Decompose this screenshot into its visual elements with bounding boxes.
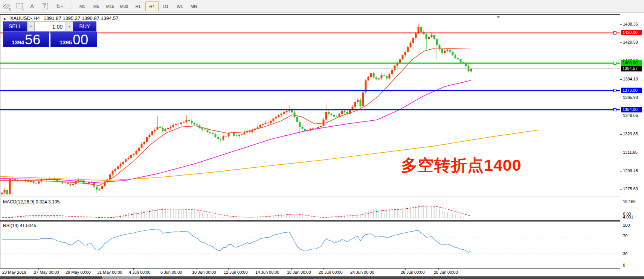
- rsi-indicator-pane[interactable]: [0, 221, 620, 269]
- macd-chart: [0, 198, 620, 220]
- rsi-axis-label: 100: [623, 223, 630, 227]
- fibo-grid-tool-icon[interactable]: F: [14, 2, 25, 11]
- price-tick-label: 1275.60: [623, 187, 638, 191]
- toolbar-separator: [70, 2, 73, 11]
- macd-axis-label: 4.091: [623, 215, 633, 219]
- timeframe-button-d1[interactable]: D1: [159, 2, 172, 11]
- time-axis-label: 28 Jun 00:00: [434, 270, 458, 274]
- sell-price-display[interactable]: 1394 56: [3, 32, 49, 47]
- time-tick-mark: [7, 268, 7, 270]
- timeframe-button-mn[interactable]: MN: [187, 2, 200, 11]
- time-tick-mark: [165, 268, 165, 270]
- time-tick-mark: [260, 268, 260, 270]
- time-tick-mark: [405, 268, 406, 270]
- timeframe-button-m1[interactable]: M1: [76, 2, 89, 11]
- time-axis-label: 12 Jun 00:00: [224, 270, 248, 274]
- time-tick-mark: [291, 268, 292, 270]
- axis-tick-mark: [620, 171, 622, 171]
- time-axis-label: 27 May 00:00: [34, 270, 59, 274]
- time-axis-label: 24 Jun 00:00: [350, 270, 374, 274]
- macd-axis-label: 19.166: [623, 199, 636, 204]
- panel-collapse-arrow-icon[interactable]: ▲: [3, 17, 6, 20]
- time-axis-label: 31 May 00:00: [97, 270, 122, 274]
- rsi-axis-label: 70: [623, 234, 627, 238]
- time-tick-mark: [70, 268, 70, 270]
- taskbar-segment: [102, 276, 140, 279]
- buy-button[interactable]: BUY: [73, 21, 96, 32]
- time-axis[interactable]: 23 May 201927 May 00:0029 May 00:0031 Ma…: [0, 269, 620, 276]
- timeframe-button-m5[interactable]: M5: [90, 2, 103, 11]
- level-price-tag: 1430.00: [621, 30, 642, 35]
- time-axis-label: 10 Jun 00:00: [192, 270, 216, 274]
- time-axis-label: 14 Jun 00:00: [255, 270, 279, 274]
- boxed-t-icon: T: [42, 3, 47, 9]
- elliott-sub-label: E: [9, 8, 11, 11]
- axis-tick-mark: [620, 79, 622, 80]
- axis-tick-mark: [620, 42, 622, 43]
- price-tick-label: 1329.85: [623, 132, 638, 136]
- time-axis-label: 20 Jun 00:00: [319, 270, 343, 274]
- timeframe-button-w1[interactable]: W1: [173, 2, 186, 11]
- timeframe-button-h4[interactable]: H4: [145, 2, 159, 11]
- axis-tick-mark: [620, 98, 622, 98]
- level-price-tag: 1400.00: [621, 60, 642, 66]
- time-axis-label: 18 Jun 00:00: [287, 270, 311, 274]
- volume-increase-button[interactable]: ▲: [66, 21, 73, 32]
- price-tick-label: 1384.10: [623, 77, 638, 81]
- sell-button[interactable]: SELL: [3, 21, 27, 32]
- level-price-tag: 1354.00: [621, 107, 642, 112]
- time-tick-mark: [102, 268, 102, 270]
- axis-tick-mark: [620, 116, 622, 116]
- grid-icon: [16, 3, 23, 9]
- time-axis-label: 26 Jun 00:00: [401, 270, 425, 274]
- trading-terminal-window: E F A T ⇅ ▾ M1M5M15M30H1H4D1W1MN ▲ XAUUS…: [0, 0, 644, 279]
- time-axis-label: 4 Jun 00:00: [129, 270, 151, 274]
- chart-annotation-text: 多空转折点1400: [401, 155, 522, 176]
- sort-arrows-icon: ⇅: [56, 3, 60, 9]
- text-tool-icon[interactable]: T: [39, 2, 50, 11]
- ohlc-values: 1391.87 1395.37 1390.87 1394.57: [44, 15, 119, 21]
- buy-price-big: 00: [73, 32, 88, 47]
- timeframe-button-m30[interactable]: M30: [118, 2, 131, 11]
- hatch-icon: [3, 4, 10, 9]
- chart-title: ▲ XAUUSD-,H4 1391.87 1395.37 1390.87 139…: [3, 15, 118, 21]
- price-axis[interactable]: 1438.351420.501402.301384.101365.901348.…: [620, 14, 644, 269]
- price-tick-label: 1293.45: [623, 168, 638, 173]
- toolbar: E F A T ⇅ ▾ M1M5M15M30H1H4D1W1MN: [0, 0, 644, 13]
- level-price-tag: 1373.00: [621, 88, 642, 93]
- axis-tick-mark: [620, 134, 622, 135]
- rsi-axis-label: 30: [623, 252, 627, 256]
- one-click-trade-panel: SELL ▼ ▲ BUY 1394 56 1395 00: [3, 21, 97, 47]
- price-tick-label: 1348.05: [623, 113, 638, 118]
- timeframe-group: M1M5M15M30H1H4D1W1MN: [75, 2, 201, 11]
- elliott-tool-icon[interactable]: E: [1, 2, 12, 11]
- sell-price-small: 1394: [12, 39, 24, 48]
- macd-label: MACD(12,26,9) 0.324 3.105: [3, 199, 60, 205]
- volume-input[interactable]: [35, 21, 66, 32]
- letter-a-icon: A: [30, 3, 34, 9]
- time-axis-label: 23 May 2019: [2, 270, 26, 274]
- current-price-tag: 1394.57: [621, 66, 642, 71]
- time-tick-mark: [197, 268, 197, 270]
- timeframe-button-m15[interactable]: M15: [104, 2, 117, 11]
- rsi-label: RSI(14) 41.5045: [3, 223, 36, 228]
- label-tool-icon[interactable]: A: [26, 2, 38, 11]
- fibo-sub-label: F: [22, 8, 24, 11]
- price-tick-label: 1438.35: [623, 22, 638, 26]
- time-axis-label: 29 May 00:00: [66, 270, 91, 274]
- chart-shift-marker-icon[interactable]: [496, 16, 500, 18]
- time-tick-mark: [323, 268, 324, 270]
- rsi-chart: [0, 222, 620, 268]
- sell-price-big: 56: [25, 32, 40, 47]
- volume-decrease-button[interactable]: ▼: [27, 21, 35, 32]
- buy-price-display[interactable]: 1395 00: [50, 32, 97, 47]
- time-tick-mark: [355, 268, 355, 270]
- macd-indicator-pane[interactable]: [0, 198, 620, 221]
- price-tick-label: 1365.90: [623, 95, 638, 100]
- timeframe-button-h1[interactable]: H1: [131, 2, 145, 11]
- buy-price-small: 1395: [60, 39, 72, 48]
- arrange-objects-tool-icon[interactable]: ⇅ ▾: [52, 2, 67, 11]
- time-axis-label: 6 Jun 00:00: [160, 270, 182, 274]
- symbol-timeframe-label: XAUUSD-,H4: [10, 15, 40, 21]
- chevron-down-icon: ▾: [61, 5, 63, 8]
